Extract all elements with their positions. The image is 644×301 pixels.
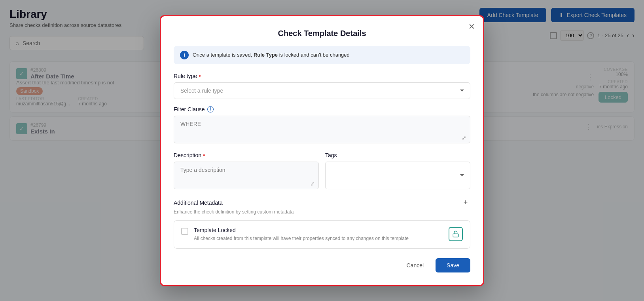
save-button[interactable]: Save — [436, 258, 470, 272]
rule-type-select[interactable]: Select a rule type — [174, 82, 470, 99]
rule-type-group: Rule type • Select a rule type — [174, 73, 470, 99]
check-template-modal: ✕ Check Template Details i Once a templa… — [160, 15, 484, 286]
description-group: Description • ⤢ — [174, 152, 319, 191]
additional-metadata-section: Additional Metadata + Enhance the check … — [174, 198, 470, 249]
modal-close-button[interactable]: ✕ — [468, 23, 475, 30]
description-required: • — [203, 152, 205, 158]
rule-type-label: Rule type — [174, 73, 197, 79]
modal-backdrop: ✕ Check Template Details i Once a templa… — [0, 0, 644, 301]
tags-group: Tags — [325, 152, 470, 191]
description-textarea[interactable] — [174, 162, 319, 189]
description-expand-icon[interactable]: ⤢ — [310, 181, 315, 187]
additional-meta-title: Additional Metadata — [174, 200, 223, 206]
description-tags-row: Description • ⤢ Tags — [174, 152, 470, 191]
svg-rect-0 — [453, 234, 458, 237]
tags-select[interactable] — [325, 162, 470, 189]
add-metadata-button[interactable]: + — [461, 198, 470, 208]
template-locked-desc: All checks created from this template wi… — [194, 235, 443, 242]
info-text: Once a template is saved, Rule Type is l… — [193, 52, 350, 58]
cancel-button[interactable]: Cancel — [400, 259, 430, 272]
rule-type-required: • — [199, 73, 201, 79]
template-locked-checkbox[interactable] — [181, 228, 188, 235]
filter-clause-info-icon[interactable]: i — [207, 106, 214, 112]
filter-clause-label: Filter Clause — [174, 106, 205, 112]
modal-title: Check Template Details — [174, 29, 470, 38]
tags-label: Tags — [325, 152, 337, 158]
modal-footer: Cancel Save — [174, 258, 470, 272]
filter-clause-group: Filter Clause i ⤢ — [174, 106, 470, 145]
expand-icon[interactable]: ⤢ — [462, 135, 466, 141]
description-label: Description — [174, 152, 201, 158]
lock-icon — [449, 227, 463, 241]
template-locked-card: Template Locked All checks created from … — [174, 220, 470, 249]
additional-meta-desc: Enhance the check definition by setting … — [174, 209, 470, 215]
info-banner: i Once a template is saved, Rule Type is… — [174, 46, 470, 64]
info-icon: i — [180, 51, 189, 59]
template-locked-title: Template Locked — [194, 227, 443, 233]
filter-clause-textarea[interactable] — [174, 116, 470, 143]
